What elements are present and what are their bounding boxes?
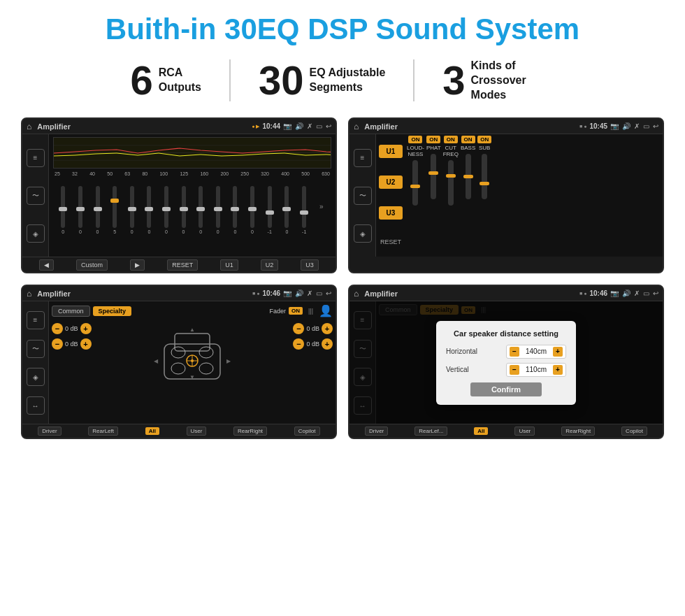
prev-btn[interactable]: ◀ xyxy=(39,259,54,271)
vol-plus-rr[interactable]: + xyxy=(322,338,333,350)
u1-btn[interactable]: U1 xyxy=(379,145,403,158)
eq-slider-14[interactable]: -1 xyxy=(302,186,306,234)
u3-btn[interactable]: U3 xyxy=(379,206,403,220)
window-icon-2[interactable]: ▭ xyxy=(643,122,649,130)
fader-on[interactable]: ON xyxy=(289,307,303,315)
close-icon-2[interactable]: ✗ xyxy=(634,122,640,130)
all-btn-4[interactable]: All xyxy=(474,427,488,435)
back-icon-4[interactable]: ↩ xyxy=(653,289,658,297)
bass-slider[interactable] xyxy=(466,154,471,199)
vol-plus-fl[interactable]: + xyxy=(80,323,92,334)
u2-btn-1[interactable]: U2 xyxy=(261,259,279,271)
vol-plus-fr[interactable]: + xyxy=(322,323,333,334)
vertical-minus[interactable]: − xyxy=(510,365,519,375)
speaker-icon-3[interactable]: ◈ xyxy=(27,368,45,386)
rearleft-btn-4[interactable]: RearLef... xyxy=(414,427,447,436)
on-badge-phat[interactable]: ON xyxy=(426,136,440,143)
close-icon-1[interactable]: ✗ xyxy=(307,122,312,130)
eq-slider-10[interactable]: 0 xyxy=(233,186,237,234)
vertical-stepper[interactable]: − 110cm + xyxy=(506,363,566,377)
play-btn[interactable]: ▶ xyxy=(130,259,145,271)
rearleft-btn[interactable]: RearLeft xyxy=(88,427,118,436)
window-icon-1[interactable]: ▭ xyxy=(316,122,322,130)
eq-slider-3[interactable]: 5 xyxy=(113,186,117,234)
cutfreq-slider[interactable] xyxy=(448,160,454,206)
loudness-slider[interactable] xyxy=(412,160,418,206)
rearright-btn-4[interactable]: RearRight xyxy=(561,427,595,436)
eq-icon[interactable]: ≡ xyxy=(27,149,45,167)
wave-icon-2[interactable]: 〜 xyxy=(354,187,372,205)
specialty-tab[interactable]: Specialty xyxy=(93,306,132,316)
eq-slider-7[interactable]: 0 xyxy=(182,186,186,234)
home-icon-1[interactable]: ⌂ xyxy=(27,122,31,131)
confirm-button[interactable]: Confirm xyxy=(470,382,542,396)
vol-minus-rr[interactable]: − xyxy=(293,338,304,350)
vol-plus-rl[interactable]: + xyxy=(80,338,92,350)
on-badge-bass[interactable]: ON xyxy=(461,136,475,143)
home-icon-2[interactable]: ⌂ xyxy=(354,122,359,131)
eq-icon-2[interactable]: ≡ xyxy=(354,149,372,167)
speaker-icon-2[interactable]: ◈ xyxy=(354,224,372,243)
eq-slider-1[interactable]: 0 xyxy=(78,186,82,234)
screen3-body: ≡ 〜 ◈ ↔ Common Specialty Fader ON ||| 👤 xyxy=(22,301,336,424)
vertical-plus[interactable]: + xyxy=(553,365,563,375)
wave-icon[interactable]: 〜 xyxy=(27,187,45,205)
copilot-btn-4[interactable]: Copilot xyxy=(621,427,647,436)
vol-minus-rl[interactable]: − xyxy=(52,338,63,350)
eq-slider-2[interactable]: 0 xyxy=(96,186,100,234)
window-icon-4[interactable]: ▭ xyxy=(643,289,649,297)
u1-btn-1[interactable]: U1 xyxy=(220,259,238,271)
home-icon-4[interactable]: ⌂ xyxy=(354,289,359,299)
back-icon-2[interactable]: ↩ xyxy=(653,122,658,130)
close-icon-4[interactable]: ✗ xyxy=(634,289,640,297)
horizontal-plus[interactable]: + xyxy=(553,347,563,357)
eq-slider-0[interactable]: 0 xyxy=(61,186,65,234)
vol-minus-fr[interactable]: − xyxy=(293,323,304,334)
eq-slider-11[interactable]: 0 xyxy=(250,186,254,234)
reset-label-2[interactable]: RESET xyxy=(379,237,403,247)
eq-slider-13[interactable]: 0 xyxy=(284,186,289,234)
user-btn-4[interactable]: User xyxy=(514,427,535,436)
home-icon-3[interactable]: ⌂ xyxy=(27,289,31,299)
on-badge-sub[interactable]: ON xyxy=(477,136,491,143)
arrows-icon-3[interactable]: ↔ xyxy=(27,396,45,415)
custom-btn[interactable]: Custom xyxy=(76,259,108,271)
reset-btn-1[interactable]: RESET xyxy=(167,259,198,271)
horizontal-stepper[interactable]: − 140cm + xyxy=(506,345,566,359)
driver-btn[interactable]: Driver xyxy=(38,427,61,436)
speaker-icon[interactable]: ◈ xyxy=(27,224,45,243)
side-panel-2: ≡ 〜 ◈ xyxy=(349,134,376,257)
eq-slider-9[interactable]: 0 xyxy=(216,186,220,234)
horizontal-minus[interactable]: − xyxy=(510,347,519,357)
eq-slider-8[interactable]: 0 xyxy=(199,186,203,234)
eq-sliders: 0 0 0 5 0 0 0 0 0 0 0 0 -1 0 -1 xyxy=(53,178,331,234)
driver-btn-4[interactable]: Driver xyxy=(365,427,388,436)
u2-btn[interactable]: U2 xyxy=(379,176,403,189)
eq-icon-3[interactable]: ≡ xyxy=(27,311,45,329)
copilot-btn[interactable]: Copilot xyxy=(294,427,320,436)
window-icon-3[interactable]: ▭ xyxy=(316,289,322,297)
on-badge-cutfreq[interactable]: ON xyxy=(444,136,458,143)
back-icon-1[interactable]: ↩ xyxy=(326,122,331,130)
phat-slider[interactable] xyxy=(431,154,436,199)
loudness-label: LOUD-NESS xyxy=(407,145,424,157)
more-icon[interactable]: » xyxy=(319,203,324,210)
on-badge-loudness[interactable]: ON xyxy=(408,136,422,143)
eq-slider-5[interactable]: 0 xyxy=(147,186,151,234)
all-btn[interactable]: All xyxy=(145,427,159,435)
sub-slider[interactable] xyxy=(482,154,487,199)
back-icon-3[interactable]: ↩ xyxy=(326,289,331,297)
rearright-btn[interactable]: RearRight xyxy=(233,427,267,436)
fader-slider-icon[interactable]: ||| xyxy=(308,308,313,315)
user-btn[interactable]: User xyxy=(187,427,207,436)
eq-slider-4[interactable]: 0 xyxy=(130,186,134,234)
eq-slider-12[interactable]: -1 xyxy=(268,186,272,234)
u3-btn-1[interactable]: U3 xyxy=(301,259,319,271)
wave-icon-3[interactable]: 〜 xyxy=(27,340,45,358)
topbar-time-2: 10:45 xyxy=(589,122,607,130)
eq-slider-6[interactable]: 0 xyxy=(164,186,168,234)
vol-minus-fl[interactable]: − xyxy=(52,323,63,334)
close-icon-3[interactable]: ✗ xyxy=(307,289,312,297)
common-tab[interactable]: Common xyxy=(52,306,90,317)
fader-layout: − 0 dB + − 0 dB + xyxy=(52,322,333,384)
